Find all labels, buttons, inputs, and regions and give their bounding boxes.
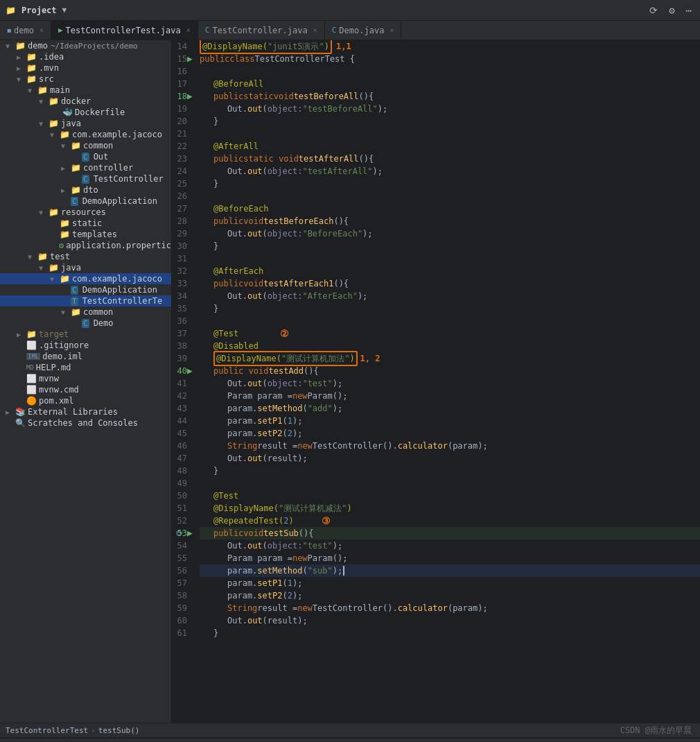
tree-com-example-test[interactable]: ▼ 📁 com.example.jacoco	[0, 273, 171, 284]
code-line-60: Out.out(result);	[200, 614, 700, 627]
code-line-16	[200, 65, 700, 78]
tree-arrow: ▶	[17, 331, 25, 338]
tab-testcontroller-icon: C	[205, 26, 210, 35]
tree-target[interactable]: ▶ 📁 target	[0, 329, 171, 340]
code-line-54: Out.out( object: "test");	[200, 540, 700, 552]
tree-test-java[interactable]: ▼ 📁 java	[0, 262, 171, 273]
tree-external-libs[interactable]: ▶ 📚 External Libraries	[0, 406, 171, 417]
tree-arrow: ▶	[61, 164, 69, 172]
tree-arrow: ▼	[61, 142, 69, 150]
config-icon: ⚙	[59, 241, 64, 250]
tree-help-md[interactable]: MD HELP.md	[0, 362, 171, 373]
tree-java[interactable]: ▼ 📁 java	[0, 118, 171, 129]
more-icon[interactable]: ⋯	[683, 3, 694, 17]
folder-icon: 📁	[49, 96, 59, 106]
folder-icon: 📁	[60, 274, 70, 284]
code-line-31	[200, 252, 700, 265]
tab-testcontrollertest[interactable]: ▶ TestControllerTest.java ×	[51, 21, 198, 40]
tree-common-test[interactable]: ▼ 📁 common	[0, 307, 171, 318]
tree-demoapplication[interactable]: C DemoApplication	[0, 196, 171, 207]
tab-demojava-close[interactable]: ×	[390, 26, 394, 34]
tab-testcontroller[interactable]: C TestController.java ×	[198, 21, 325, 40]
tree-testcontroller-file[interactable]: C TestController	[0, 173, 171, 184]
tree-templates[interactable]: 📁 templates	[0, 229, 171, 240]
breadcrumb: TestControllerTest › testSub()	[0, 723, 700, 738]
tab-testcontroller-close[interactable]: ×	[313, 26, 317, 34]
code-line-18: ▶ public static void testBeforeAll(){	[200, 90, 700, 103]
tree-gitignore[interactable]: ⬜ .gitignore	[0, 340, 171, 351]
code-line-21	[200, 128, 700, 140]
file-icon: MD	[26, 364, 34, 371]
tree-dto[interactable]: ▶ 📁 dto	[0, 184, 171, 196]
tree-idea[interactable]: ▶ 📁 .idea	[0, 51, 171, 62]
tree-mvn[interactable]: ▶ 📁 .mvn	[0, 62, 171, 74]
libs-icon: 📚	[15, 407, 26, 417]
tree-docker[interactable]: ▼ 📁 docker	[0, 96, 171, 107]
tab-demo-close[interactable]: ×	[40, 26, 44, 34]
tree-dockerfile[interactable]: 🐳 Dockerfile	[0, 107, 171, 118]
tab-testcontroller-label: TestController.java	[212, 26, 307, 35]
tree-pom-xml[interactable]: 🟠 pom.xml	[0, 395, 171, 406]
top-bar: 📁 Project ▼ ⟳ ⚙ ⋯	[0, 0, 700, 21]
tree-com-example[interactable]: ▼ 📁 com.example.jacoco	[0, 129, 171, 140]
tree-arrow: ▼	[28, 87, 36, 94]
code-editor[interactable]: 14 15 16 17 18 19 20 21 22 23 24 25 26 2…	[172, 40, 700, 723]
breadcrumb-method[interactable]: testSub()	[98, 726, 140, 735]
tree-testcontrollertest-file[interactable]: T TestControllerTe	[0, 295, 171, 307]
tab-demo[interactable]: ◼ demo ×	[0, 21, 51, 40]
folder-icon: 📁	[49, 263, 59, 273]
tree-arrow: ▶	[6, 408, 14, 416]
tree-out[interactable]: C Out	[0, 151, 171, 162]
tree-demo-iml[interactable]: IML demo.iml	[0, 351, 171, 362]
folder-icon: 📁	[71, 141, 81, 150]
file-icon: IML	[26, 353, 40, 360]
class-icon: C	[71, 197, 78, 206]
test-class-icon: T	[71, 297, 78, 306]
folder-icon: 📁	[60, 218, 70, 228]
tree-demo-class[interactable]: C Demo	[0, 318, 171, 329]
code-line-29: Out.out( object: "BeforeEach");	[200, 227, 700, 240]
tree-application-props[interactable]: ⚙ application.propertic	[0, 240, 171, 251]
tree-static[interactable]: 📁 static	[0, 218, 171, 229]
project-dropdown[interactable]: ▼	[62, 6, 67, 15]
tree-common[interactable]: ▼ 📁 common	[0, 140, 171, 151]
code-line-20: }	[200, 115, 700, 128]
tree-test[interactable]: ▼ 📁 test	[0, 251, 171, 262]
tree-controller[interactable]: ▶ 📁 controller	[0, 162, 171, 173]
tree-main[interactable]: ▼ 📁 main	[0, 85, 171, 96]
code-line-25: }	[200, 178, 700, 190]
folder-icon: 📁	[60, 230, 70, 239]
tree-scratches[interactable]: 🔍 Scratches and Consoles	[0, 417, 171, 429]
code-line-39: @DisplayName("测试计算机加法") 1, 2	[200, 352, 700, 365]
code-line-37: @Test ②	[200, 327, 700, 340]
tab-demo-java[interactable]: C Demo.java ×	[325, 21, 402, 40]
tree-root[interactable]: ▼ 📁 demo ~/IdeaProjects/demo	[0, 40, 171, 51]
code-line-51: @DisplayName("测试计算机减法")	[200, 502, 700, 515]
code-line-30: }	[200, 240, 700, 252]
tree-resources[interactable]: ▼ 📁 resources	[0, 207, 171, 218]
sync-icon[interactable]: ⟳	[647, 3, 660, 17]
folder-icon: 📁	[26, 52, 37, 62]
tree-arrow: ▶	[17, 53, 25, 61]
settings-icon[interactable]: ⚙	[666, 3, 677, 17]
code-line-17: @BeforeAll	[200, 78, 700, 90]
tree-arrow: ▼	[39, 264, 47, 272]
tab-bar: ◼ demo × ▶ TestControllerTest.java × C T…	[0, 21, 700, 40]
tab-demo-icon: ◼	[7, 26, 11, 34]
code-line-61: }	[200, 627, 700, 639]
breadcrumb-class[interactable]: TestControllerTest	[6, 726, 88, 735]
tree-mvnw[interactable]: ⬜ mvnw	[0, 373, 171, 384]
tree-mvnw-cmd[interactable]: ⬜ mvnw.cmd	[0, 384, 171, 395]
tree-src[interactable]: ▼ 📁 src	[0, 74, 171, 85]
tree-arrow: ▶	[61, 187, 69, 194]
tree-demoapplication-test[interactable]: C DemoApplication	[0, 284, 171, 295]
main-layout: ▼ 📁 demo ~/IdeaProjects/demo ▶ 📁 .idea ▶…	[0, 40, 700, 723]
folder-icon: 📁	[26, 63, 37, 73]
code-line-48: }	[200, 465, 700, 477]
tab-testcontrollertest-close[interactable]: ×	[186, 26, 191, 34]
class-icon: C	[82, 175, 89, 184]
class-icon: C	[71, 286, 78, 295]
tree-arrow: ▶	[17, 64, 25, 72]
line-numbers: 14 15 16 17 18 19 20 21 22 23 24 25 26 2…	[172, 40, 197, 723]
code-line-40: ▶ public void testAdd(){	[200, 365, 700, 377]
